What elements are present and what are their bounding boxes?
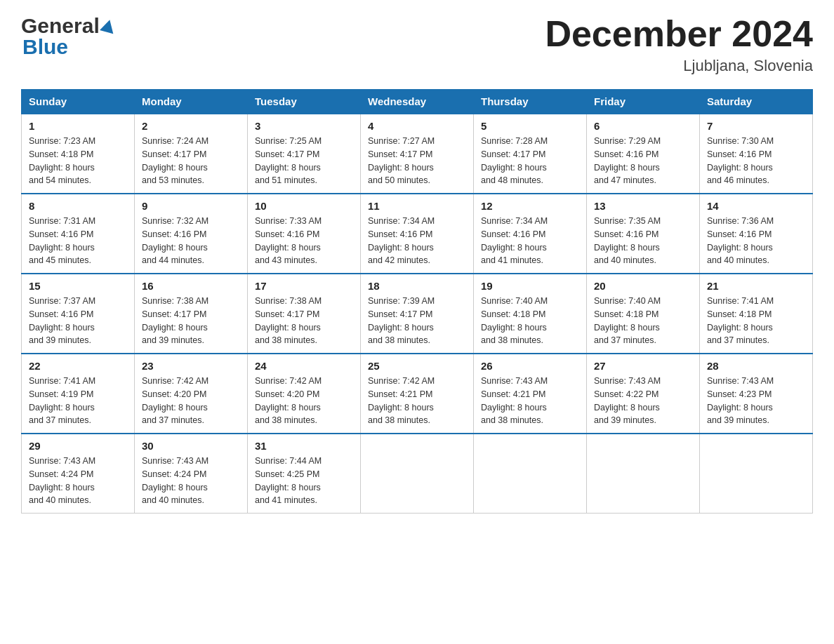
day-cell-9: 9Sunrise: 7:32 AMSunset: 4:16 PMDaylight… — [135, 194, 248, 274]
logo-blue-text: Blue — [22, 35, 117, 59]
empty-cell-w4-c6 — [700, 434, 813, 514]
day-number-3: 3 — [255, 120, 353, 132]
day-number-11: 11 — [368, 200, 466, 212]
day-cell-8: 8Sunrise: 7:31 AMSunset: 4:16 PMDaylight… — [22, 194, 135, 274]
day-number-22: 22 — [29, 360, 127, 372]
day-cell-7: 7Sunrise: 7:30 AMSunset: 4:16 PMDaylight… — [700, 114, 813, 194]
weekday-header-friday: Friday — [587, 90, 700, 114]
day-cell-11: 11Sunrise: 7:34 AMSunset: 4:16 PMDayligh… — [361, 194, 474, 274]
day-cell-4: 4Sunrise: 7:27 AMSunset: 4:17 PMDaylight… — [361, 114, 474, 194]
day-cell-21: 21Sunrise: 7:41 AMSunset: 4:18 PMDayligh… — [700, 274, 813, 354]
day-cell-14: 14Sunrise: 7:36 AMSunset: 4:16 PMDayligh… — [700, 194, 813, 274]
day-cell-30: 30Sunrise: 7:43 AMSunset: 4:24 PMDayligh… — [135, 434, 248, 514]
day-cell-28: 28Sunrise: 7:43 AMSunset: 4:23 PMDayligh… — [700, 354, 813, 434]
day-number-16: 16 — [142, 280, 240, 292]
day-info-21: Sunrise: 7:41 AMSunset: 4:18 PMDaylight:… — [707, 295, 805, 347]
day-number-29: 29 — [29, 440, 127, 452]
day-cell-16: 16Sunrise: 7:38 AMSunset: 4:17 PMDayligh… — [135, 274, 248, 354]
logo-general-text: General — [21, 14, 100, 38]
day-number-18: 18 — [368, 280, 466, 292]
day-number-1: 1 — [29, 120, 127, 132]
day-info-3: Sunrise: 7:25 AMSunset: 4:17 PMDaylight:… — [255, 135, 353, 187]
day-info-28: Sunrise: 7:43 AMSunset: 4:23 PMDaylight:… — [707, 375, 805, 427]
day-info-23: Sunrise: 7:42 AMSunset: 4:20 PMDaylight:… — [142, 375, 240, 427]
day-cell-17: 17Sunrise: 7:38 AMSunset: 4:17 PMDayligh… — [248, 274, 361, 354]
day-cell-29: 29Sunrise: 7:43 AMSunset: 4:24 PMDayligh… — [22, 434, 135, 514]
day-info-26: Sunrise: 7:43 AMSunset: 4:21 PMDaylight:… — [481, 375, 579, 427]
day-number-6: 6 — [594, 120, 692, 132]
calendar-table: SundayMondayTuesdayWednesdayThursdayFrid… — [21, 89, 813, 514]
day-cell-18: 18Sunrise: 7:39 AMSunset: 4:17 PMDayligh… — [361, 274, 474, 354]
day-number-9: 9 — [142, 200, 240, 212]
day-number-17: 17 — [255, 280, 353, 292]
day-info-24: Sunrise: 7:42 AMSunset: 4:20 PMDaylight:… — [255, 375, 353, 427]
day-cell-27: 27Sunrise: 7:43 AMSunset: 4:22 PMDayligh… — [587, 354, 700, 434]
day-cell-22: 22Sunrise: 7:41 AMSunset: 4:19 PMDayligh… — [22, 354, 135, 434]
day-info-4: Sunrise: 7:27 AMSunset: 4:17 PMDaylight:… — [368, 135, 466, 187]
location-text: Ljubljana, Slovenia — [545, 57, 813, 75]
day-info-27: Sunrise: 7:43 AMSunset: 4:22 PMDaylight:… — [594, 375, 692, 427]
day-number-12: 12 — [481, 200, 579, 212]
logo-triangle-icon — [100, 18, 117, 34]
day-info-5: Sunrise: 7:28 AMSunset: 4:17 PMDaylight:… — [481, 135, 579, 187]
day-number-4: 4 — [368, 120, 466, 132]
day-number-14: 14 — [707, 200, 805, 212]
day-cell-31: 31Sunrise: 7:44 AMSunset: 4:25 PMDayligh… — [248, 434, 361, 514]
day-cell-12: 12Sunrise: 7:34 AMSunset: 4:16 PMDayligh… — [474, 194, 587, 274]
week-row-5: 29Sunrise: 7:43 AMSunset: 4:24 PMDayligh… — [22, 434, 813, 514]
day-number-24: 24 — [255, 360, 353, 372]
day-info-13: Sunrise: 7:35 AMSunset: 4:16 PMDaylight:… — [594, 215, 692, 267]
week-row-2: 8Sunrise: 7:31 AMSunset: 4:16 PMDaylight… — [22, 194, 813, 274]
day-number-28: 28 — [707, 360, 805, 372]
day-cell-3: 3Sunrise: 7:25 AMSunset: 4:17 PMDaylight… — [248, 114, 361, 194]
day-info-18: Sunrise: 7:39 AMSunset: 4:17 PMDaylight:… — [368, 295, 466, 347]
day-number-2: 2 — [142, 120, 240, 132]
day-info-6: Sunrise: 7:29 AMSunset: 4:16 PMDaylight:… — [594, 135, 692, 187]
day-info-30: Sunrise: 7:43 AMSunset: 4:24 PMDaylight:… — [142, 455, 240, 507]
day-cell-2: 2Sunrise: 7:24 AMSunset: 4:17 PMDaylight… — [135, 114, 248, 194]
page-header: General Blue December 2024 Ljubljana, Sl… — [21, 14, 813, 75]
day-info-25: Sunrise: 7:42 AMSunset: 4:21 PMDaylight:… — [368, 375, 466, 427]
day-cell-25: 25Sunrise: 7:42 AMSunset: 4:21 PMDayligh… — [361, 354, 474, 434]
day-info-29: Sunrise: 7:43 AMSunset: 4:24 PMDaylight:… — [29, 455, 127, 507]
day-info-19: Sunrise: 7:40 AMSunset: 4:18 PMDaylight:… — [481, 295, 579, 347]
day-info-15: Sunrise: 7:37 AMSunset: 4:16 PMDaylight:… — [29, 295, 127, 347]
day-number-13: 13 — [594, 200, 692, 212]
day-number-27: 27 — [594, 360, 692, 372]
empty-cell-w4-c3 — [361, 434, 474, 514]
day-cell-6: 6Sunrise: 7:29 AMSunset: 4:16 PMDaylight… — [587, 114, 700, 194]
day-info-17: Sunrise: 7:38 AMSunset: 4:17 PMDaylight:… — [255, 295, 353, 347]
day-info-20: Sunrise: 7:40 AMSunset: 4:18 PMDaylight:… — [594, 295, 692, 347]
day-number-20: 20 — [594, 280, 692, 292]
day-cell-23: 23Sunrise: 7:42 AMSunset: 4:20 PMDayligh… — [135, 354, 248, 434]
day-info-9: Sunrise: 7:32 AMSunset: 4:16 PMDaylight:… — [142, 215, 240, 267]
day-number-8: 8 — [29, 200, 127, 212]
day-number-26: 26 — [481, 360, 579, 372]
day-info-22: Sunrise: 7:41 AMSunset: 4:19 PMDaylight:… — [29, 375, 127, 427]
day-number-21: 21 — [707, 280, 805, 292]
day-number-25: 25 — [368, 360, 466, 372]
day-info-31: Sunrise: 7:44 AMSunset: 4:25 PMDaylight:… — [255, 455, 353, 507]
week-row-3: 15Sunrise: 7:37 AMSunset: 4:16 PMDayligh… — [22, 274, 813, 354]
logo: General Blue — [21, 14, 117, 59]
day-info-11: Sunrise: 7:34 AMSunset: 4:16 PMDaylight:… — [368, 215, 466, 267]
day-cell-19: 19Sunrise: 7:40 AMSunset: 4:18 PMDayligh… — [474, 274, 587, 354]
week-row-1: 1Sunrise: 7:23 AMSunset: 4:18 PMDaylight… — [22, 114, 813, 194]
day-cell-13: 13Sunrise: 7:35 AMSunset: 4:16 PMDayligh… — [587, 194, 700, 274]
day-cell-1: 1Sunrise: 7:23 AMSunset: 4:18 PMDaylight… — [22, 114, 135, 194]
day-info-12: Sunrise: 7:34 AMSunset: 4:16 PMDaylight:… — [481, 215, 579, 267]
weekday-header-monday: Monday — [135, 90, 248, 114]
day-info-14: Sunrise: 7:36 AMSunset: 4:16 PMDaylight:… — [707, 215, 805, 267]
day-cell-24: 24Sunrise: 7:42 AMSunset: 4:20 PMDayligh… — [248, 354, 361, 434]
weekday-header-thursday: Thursday — [474, 90, 587, 114]
day-cell-10: 10Sunrise: 7:33 AMSunset: 4:16 PMDayligh… — [248, 194, 361, 274]
day-info-2: Sunrise: 7:24 AMSunset: 4:17 PMDaylight:… — [142, 135, 240, 187]
weekday-header-tuesday: Tuesday — [248, 90, 361, 114]
title-section: December 2024 Ljubljana, Slovenia — [545, 14, 813, 75]
day-info-10: Sunrise: 7:33 AMSunset: 4:16 PMDaylight:… — [255, 215, 353, 267]
day-number-5: 5 — [481, 120, 579, 132]
month-title: December 2024 — [545, 14, 813, 54]
day-info-7: Sunrise: 7:30 AMSunset: 4:16 PMDaylight:… — [707, 135, 805, 187]
day-number-23: 23 — [142, 360, 240, 372]
empty-cell-w4-c5 — [587, 434, 700, 514]
